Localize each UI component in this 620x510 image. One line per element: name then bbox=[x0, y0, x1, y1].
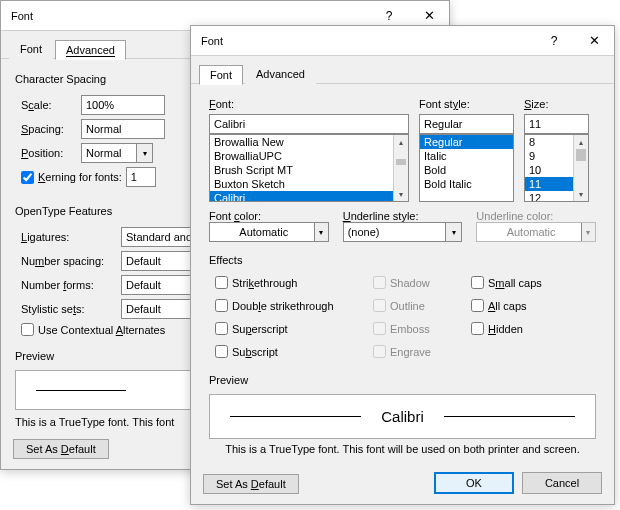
dialog-title: Font bbox=[201, 35, 534, 47]
shadow-checkbox bbox=[373, 276, 386, 289]
ok-button[interactable]: OK bbox=[434, 472, 514, 494]
spacing-label: Spacing: bbox=[15, 123, 75, 135]
list-item[interactable]: Italic bbox=[420, 149, 513, 163]
size-col-label: Size: bbox=[524, 98, 589, 114]
shadow-label: Shadow bbox=[390, 277, 430, 289]
spacing-combo[interactable]: Normal bbox=[81, 119, 165, 139]
numspacing-combo[interactable]: Default bbox=[121, 251, 191, 271]
font-dialog-front: Font ? ✕ Font Advanced Font: Browallia N… bbox=[190, 25, 615, 505]
strikethrough-checkbox[interactable] bbox=[215, 276, 228, 289]
subscript-label: Subscript bbox=[232, 346, 278, 358]
kerning-label: Kerning for fonts: bbox=[38, 171, 122, 183]
scroll-down-icon[interactable]: ▾ bbox=[394, 187, 408, 201]
chevron-down-icon: ▾ bbox=[314, 223, 328, 241]
scrollbar[interactable]: ▴ ▾ bbox=[393, 135, 408, 201]
fontcolor-combo[interactable]: Automatic ▾ bbox=[209, 222, 329, 242]
style-input[interactable] bbox=[419, 114, 514, 134]
superscript-label: Superscript bbox=[232, 323, 288, 335]
chevron-down-icon: ▾ bbox=[136, 144, 152, 162]
emboss-checkbox bbox=[373, 322, 386, 335]
effects-legend: Effects bbox=[209, 250, 596, 272]
engrave-checkbox bbox=[373, 345, 386, 358]
list-item[interactable]: 9 bbox=[525, 149, 573, 163]
style-list[interactable]: Regular Italic Bold Bold Italic bbox=[419, 134, 514, 202]
list-item[interactable]: Bold Italic bbox=[420, 177, 513, 191]
tab-advanced[interactable]: Advanced bbox=[55, 40, 126, 60]
emboss-label: Emboss bbox=[390, 323, 430, 335]
subscript-checkbox[interactable] bbox=[215, 345, 228, 358]
position-combo[interactable]: Normal ▾ bbox=[81, 143, 153, 163]
set-default-button[interactable]: Set As Default bbox=[203, 474, 299, 494]
list-item[interactable]: Regular bbox=[420, 135, 513, 149]
outline-checkbox bbox=[373, 299, 386, 312]
hidden-checkbox[interactable] bbox=[471, 322, 484, 335]
preview-line bbox=[230, 416, 361, 417]
superscript-checkbox[interactable] bbox=[215, 322, 228, 335]
font-list[interactable]: Browallia New BrowalliaUPC Brush Script … bbox=[209, 134, 409, 202]
scrollbar[interactable]: ▴ ▾ bbox=[573, 135, 588, 201]
font-input[interactable] bbox=[209, 114, 409, 134]
scale-combo[interactable]: 100% bbox=[81, 95, 165, 115]
dblstrike-label: Double strikethrough bbox=[232, 300, 334, 312]
stylesets-combo[interactable]: Default bbox=[121, 299, 191, 319]
contextual-label: Use Contextual Alternates bbox=[38, 324, 165, 336]
dialog-body-font: Font: Browallia New BrowalliaUPC Brush S… bbox=[191, 83, 614, 479]
preview-box-2: Calibri bbox=[209, 394, 596, 439]
tabstrip: Font Advanced bbox=[191, 56, 614, 84]
chevron-down-icon: ▾ bbox=[581, 223, 595, 241]
list-item[interactable]: 10 bbox=[525, 163, 573, 177]
cancel-button[interactable]: Cancel bbox=[522, 472, 602, 494]
engrave-label: Engrave bbox=[390, 346, 431, 358]
font-col-label: Font: bbox=[209, 98, 409, 114]
strikethrough-label: Strikethrough bbox=[232, 277, 297, 289]
underlinecolor-combo: Automatic ▾ bbox=[476, 222, 596, 242]
preview-sample: Calibri bbox=[361, 408, 444, 425]
size-input[interactable] bbox=[524, 114, 589, 134]
allcaps-label: All caps bbox=[488, 300, 527, 312]
help-button[interactable]: ? bbox=[534, 26, 574, 56]
tab-font[interactable]: Font bbox=[9, 39, 53, 59]
tab-advanced[interactable]: Advanced bbox=[245, 64, 316, 84]
underlinestyle-combo[interactable]: (none) ▾ bbox=[343, 222, 463, 242]
titlebar: Font ? ✕ bbox=[191, 26, 614, 56]
tab-font[interactable]: Font bbox=[199, 65, 243, 85]
scroll-up-icon[interactable]: ▴ bbox=[394, 135, 408, 149]
dblstrike-checkbox[interactable] bbox=[215, 299, 228, 312]
contextual-checkbox[interactable] bbox=[21, 323, 34, 336]
smallcaps-checkbox[interactable] bbox=[471, 276, 484, 289]
list-item[interactable]: 8 bbox=[525, 135, 573, 149]
size-list[interactable]: 8 9 10 11 12 ▴ ▾ bbox=[524, 134, 589, 202]
list-item[interactable]: 12 bbox=[525, 191, 573, 202]
kerning-input[interactable] bbox=[126, 167, 156, 187]
list-item[interactable]: Browallia New bbox=[210, 135, 393, 149]
numforms-combo[interactable]: Default bbox=[121, 275, 191, 295]
fontcolor-label: Font color: bbox=[209, 210, 329, 222]
close-button[interactable]: ✕ bbox=[574, 26, 614, 56]
scale-label: Scale: bbox=[15, 99, 75, 111]
list-item[interactable]: BrowalliaUPC bbox=[210, 149, 393, 163]
scroll-thumb[interactable] bbox=[576, 149, 586, 161]
list-item[interactable]: Bold bbox=[420, 163, 513, 177]
list-item[interactable]: Brush Script MT bbox=[210, 163, 393, 177]
scroll-up-icon[interactable]: ▴ bbox=[574, 135, 588, 149]
preview-legend-2: Preview bbox=[209, 370, 596, 392]
dialog-title: Font bbox=[11, 10, 369, 22]
kerning-checkbox[interactable] bbox=[21, 171, 34, 184]
style-col-label: Font style: bbox=[419, 98, 514, 114]
numforms-label: Number forms: bbox=[15, 279, 115, 291]
stylesets-label: Stylistic sets: bbox=[15, 303, 115, 315]
outline-label: Outline bbox=[390, 300, 425, 312]
set-default-button[interactable]: Set As Default bbox=[13, 439, 109, 459]
underlinecolor-label: Underline color: bbox=[476, 210, 596, 222]
numspacing-label: Number spacing: bbox=[15, 255, 115, 267]
list-item[interactable]: Buxton Sketch bbox=[210, 177, 393, 191]
hidden-label: Hidden bbox=[488, 323, 523, 335]
allcaps-checkbox[interactable] bbox=[471, 299, 484, 312]
footer-left-2: Set As Default bbox=[203, 474, 299, 494]
preview-info-2: This is a TrueType font. This font will … bbox=[209, 441, 596, 457]
list-item[interactable]: 11 bbox=[525, 177, 573, 191]
scroll-down-icon[interactable]: ▾ bbox=[574, 187, 588, 201]
footer-left-1: Set As Default bbox=[13, 439, 109, 459]
smallcaps-label: Small caps bbox=[488, 277, 542, 289]
list-item[interactable]: Calibri bbox=[210, 191, 393, 202]
